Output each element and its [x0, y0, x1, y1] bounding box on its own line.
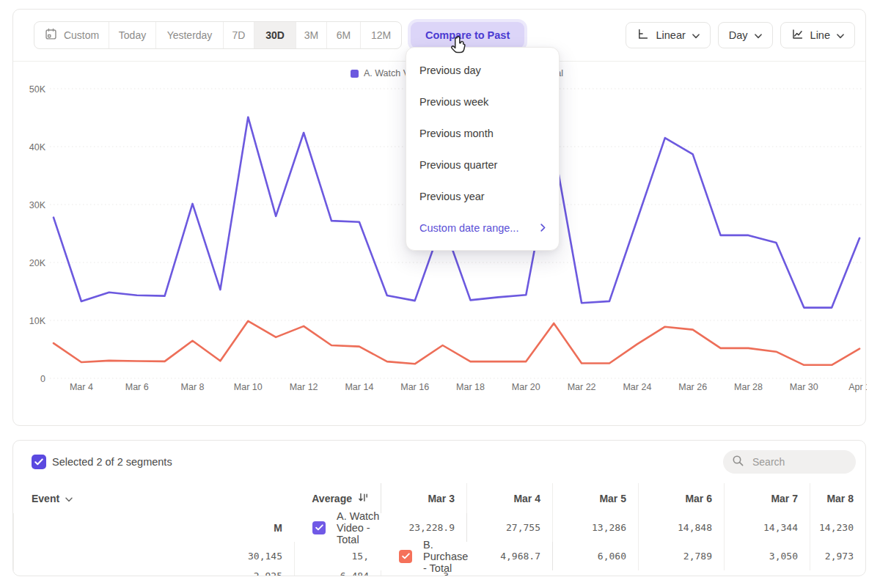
menu-item-custom-date-range[interactable]: Custom date range...	[406, 212, 559, 243]
cell-value: 27,755	[466, 513, 552, 542]
chart-type-label: Line	[810, 29, 830, 41]
svg-text:Mar 12: Mar 12	[290, 382, 318, 392]
cell-value: 14,230	[810, 513, 865, 542]
segments-table-card: Selected 2 of 2 segments EventAverageMar…	[12, 440, 866, 576]
column-header-label: M	[274, 522, 282, 534]
cell-value: 6,060	[552, 542, 638, 570]
calendar-icon	[44, 27, 58, 43]
menu-item-previous-year[interactable]: Previous year	[406, 180, 559, 212]
scale-label: Linear	[656, 29, 685, 41]
chart-type-dropdown-button[interactable]: Line	[780, 22, 855, 48]
cell-value: 2,973	[810, 542, 865, 570]
cell-value: 2,789	[638, 542, 724, 570]
menu-item-label: Previous week	[419, 96, 488, 108]
column-header-mar-8: Mar 8	[810, 483, 865, 513]
range-custom[interactable]: Custom	[34, 22, 109, 48]
cell-value: 30,145	[13, 542, 294, 570]
svg-text:Mar 26: Mar 26	[678, 382, 707, 392]
column-header-mar-3: Mar 3	[381, 483, 466, 513]
column-header-mar-7: Mar 7	[724, 483, 810, 513]
range-label: 7D	[232, 29, 246, 41]
granularity-dropdown-button[interactable]: Day	[718, 22, 773, 48]
range-label: 3M	[304, 29, 318, 41]
column-header-event[interactable]: Event	[13, 483, 294, 513]
range-label: Today	[119, 29, 146, 41]
cell-value: 14,848	[638, 513, 724, 542]
segments-table: EventAverageMar 3Mar 4Mar 5Mar 6Mar 7Mar…	[13, 483, 865, 576]
cell-value: 13,286	[552, 513, 638, 542]
range-today[interactable]: Today	[109, 22, 156, 48]
check-icon	[34, 458, 43, 466]
chevron-down-icon	[837, 29, 844, 41]
menu-item-previous-week[interactable]: Previous week	[406, 86, 559, 117]
range-label: Custom	[64, 29, 99, 41]
segment-checkbox[interactable]	[399, 550, 412, 563]
column-header-label: Mar 8	[826, 493, 854, 504]
segment-checkbox[interactable]	[312, 521, 326, 534]
menu-item-previous-quarter[interactable]: Previous quarter	[406, 149, 559, 180]
menu-item-label: Previous year	[419, 191, 485, 202]
svg-text:Mar 24: Mar 24	[623, 382, 651, 392]
toolbar-right: Linear Day Line	[626, 22, 855, 48]
svg-text:Mar 20: Mar 20	[512, 382, 540, 392]
svg-text:Mar 28: Mar 28	[734, 382, 763, 392]
column-header-label: Event	[32, 493, 59, 504]
search-input[interactable]	[751, 455, 849, 468]
select-all-checkbox[interactable]	[32, 455, 46, 469]
search-box[interactable]	[723, 450, 856, 474]
column-header-average[interactable]: Average	[294, 483, 381, 513]
selected-segments-label: Selected 2 of 2 segments	[52, 456, 172, 468]
cell-average: 4,968.7	[466, 542, 552, 570]
svg-text:Mar 18: Mar 18	[456, 382, 485, 392]
cell-value: 2,925	[13, 570, 294, 576]
range-30d[interactable]: 30D	[254, 22, 296, 48]
svg-text:Mar 30: Mar 30	[790, 382, 818, 392]
cell-value: 3,	[381, 570, 466, 576]
sort-descending-icon	[358, 492, 369, 505]
svg-text:Mar 10: Mar 10	[234, 382, 263, 392]
column-header-m: M	[13, 513, 294, 542]
column-header-label: Mar 5	[599, 493, 626, 504]
compare-to-past-menu: Previous dayPrevious weekPrevious monthP…	[406, 47, 560, 251]
segment-name: A. Watch Video - Total	[337, 510, 381, 545]
menu-item-previous-month[interactable]: Previous month	[406, 117, 559, 149]
cell-value: 15,	[294, 542, 381, 570]
menu-item-label: Previous quarter	[419, 159, 497, 171]
cell-value: 6,484	[294, 570, 381, 576]
axis-scale-icon	[637, 28, 649, 43]
date-range-picker: CustomTodayYesterday7D30D3M6M12M	[34, 21, 402, 49]
scale-dropdown-button[interactable]: Linear	[626, 22, 710, 48]
svg-text:Apr 1: Apr 1	[848, 382, 867, 392]
segment-row[interactable]: B. Purchase - Total	[381, 542, 466, 570]
segment-row[interactable]: A. Watch Video - Total	[294, 513, 381, 542]
chevron-right-icon	[540, 222, 546, 234]
svg-text:20K: 20K	[29, 258, 46, 268]
range-6m[interactable]: 6M	[327, 22, 361, 48]
range-label: 30D	[265, 29, 285, 41]
svg-text:10K: 10K	[29, 316, 46, 326]
range-7d[interactable]: 7D	[224, 22, 254, 48]
column-header-label: Average	[312, 493, 352, 504]
svg-text:Mar 4: Mar 4	[70, 382, 93, 392]
compare-to-past-button[interactable]: Compare to Past	[411, 22, 524, 48]
range-12m[interactable]: 12M	[361, 22, 401, 48]
cell-average: 23,228.9	[381, 513, 466, 542]
svg-text:Mar 6: Mar 6	[125, 382, 149, 392]
menu-item-label: Custom date range...	[419, 222, 518, 234]
granularity-label: Day	[729, 29, 748, 41]
chevron-down-icon	[755, 29, 762, 41]
search-icon	[732, 455, 744, 470]
menu-item-label: Previous day	[419, 65, 481, 76]
range-3m[interactable]: 3M	[296, 22, 327, 48]
svg-text:Mar 8: Mar 8	[181, 382, 205, 392]
column-header-label: Mar 6	[685, 493, 712, 504]
range-yesterday[interactable]: Yesterday	[156, 22, 224, 48]
menu-item-label: Previous month	[419, 128, 494, 139]
range-label: 12M	[371, 29, 391, 41]
cell-value: 3,050	[724, 542, 810, 570]
column-header-label: Mar 3	[428, 493, 455, 504]
menu-item-previous-day[interactable]: Previous day	[406, 54, 559, 86]
svg-text:0: 0	[40, 374, 45, 384]
cell-value: 14,344	[724, 513, 810, 542]
chevron-down-icon	[65, 493, 73, 504]
